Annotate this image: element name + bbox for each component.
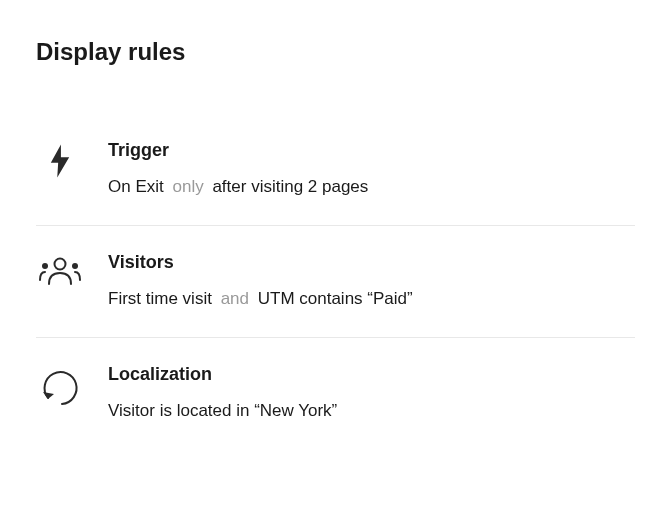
- page-title: Display rules: [36, 38, 635, 66]
- rule-visitors-description: First time visit and UTM contains “Paid”: [108, 287, 635, 311]
- lightning-icon: [36, 140, 84, 178]
- people-icon: [36, 252, 84, 288]
- svg-point-1: [42, 263, 48, 269]
- rule-localization-title: Localization: [108, 364, 635, 385]
- rule-localization[interactable]: Localization Visitor is located in “New …: [36, 338, 635, 449]
- rule-visitors-part1: First time visit: [108, 289, 212, 308]
- rule-visitors[interactable]: Visitors First time visit and UTM contai…: [36, 226, 635, 338]
- rule-trigger-part2: after visiting 2 pages: [212, 177, 368, 196]
- rule-localization-content: Localization Visitor is located in “New …: [108, 364, 635, 423]
- rule-localization-description: Visitor is located in “New York”: [108, 399, 635, 423]
- rule-visitors-connector: and: [221, 289, 249, 308]
- rule-visitors-title: Visitors: [108, 252, 635, 273]
- rule-localization-part1: Visitor is located in “New York”: [108, 401, 337, 420]
- rule-visitors-part2: UTM contains “Paid”: [258, 289, 413, 308]
- rule-trigger-content: Trigger On Exit only after visiting 2 pa…: [108, 140, 635, 199]
- rule-trigger-title: Trigger: [108, 140, 635, 161]
- rule-trigger-part1: On Exit: [108, 177, 164, 196]
- display-rules-panel: Display rules Trigger On Exit only after…: [0, 0, 671, 486]
- rule-visitors-content: Visitors First time visit and UTM contai…: [108, 252, 635, 311]
- svg-point-2: [72, 263, 78, 269]
- undo-icon: [36, 364, 84, 408]
- rule-trigger-description: On Exit only after visiting 2 pages: [108, 175, 635, 199]
- svg-point-0: [55, 258, 66, 269]
- rule-trigger[interactable]: Trigger On Exit only after visiting 2 pa…: [36, 114, 635, 226]
- rule-trigger-connector: only: [172, 177, 203, 196]
